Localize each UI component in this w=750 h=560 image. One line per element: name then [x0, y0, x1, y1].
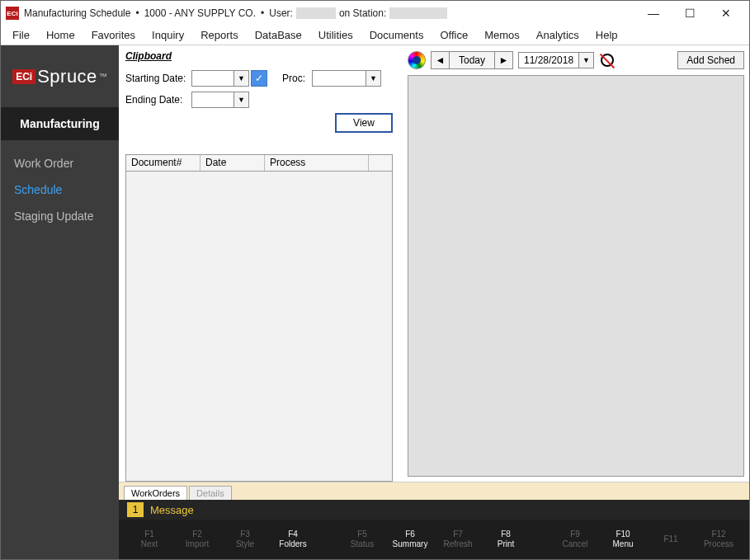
menu-office[interactable]: Office: [432, 27, 476, 43]
menu-inquiry[interactable]: Inquiry: [144, 27, 192, 43]
prev-button[interactable]: ◄: [431, 51, 449, 69]
starting-date-input[interactable]: [191, 70, 234, 87]
chevron-down-icon[interactable]: ▼: [366, 70, 381, 87]
menu-file[interactable]: File: [4, 27, 38, 43]
clipboard-table: Document# Date Process: [125, 154, 393, 482]
app-logo-icon: ECi: [6, 7, 19, 20]
menu-home[interactable]: Home: [38, 27, 83, 43]
app-window: ECi Manufacturing Schedule • 1000 - ANY …: [0, 0, 750, 560]
tab-workorders[interactable]: WorkOrders: [124, 486, 187, 500]
col-date[interactable]: Date: [200, 155, 265, 171]
sidebar: ECi Spruce ™ Manufacturing Work Order Sc…: [1, 45, 119, 559]
ending-date-dropdown[interactable]: ▼: [191, 92, 249, 108]
menu-favorites[interactable]: Favorites: [83, 27, 144, 43]
menu-reports[interactable]: Reports: [192, 27, 247, 43]
fkey-f4[interactable]: F4Folders: [269, 529, 317, 549]
proc-input[interactable]: [312, 70, 366, 87]
station-label: on Station:: [339, 7, 386, 19]
function-key-bar: F1NextF2ImportF3StyleF4FoldersF5StatusF6…: [119, 520, 749, 559]
view-button[interactable]: View: [335, 113, 393, 133]
date-checkbox[interactable]: ✓: [251, 70, 267, 87]
add-sched-button[interactable]: Add Sched: [677, 51, 744, 69]
col-process[interactable]: Process: [265, 155, 369, 171]
clipboard-panel: Clipboard Starting Date: ▼ ✓ Proc:: [119, 45, 399, 482]
fkey-f3: F3Style: [221, 529, 269, 549]
brand-name: Spruce: [37, 66, 97, 87]
date-value: 11/28/2018: [518, 52, 579, 68]
user-label: User:: [269, 7, 293, 19]
fkey-f7: F7Refresh: [434, 529, 482, 549]
sidebar-item-staging-update[interactable]: Staging Update: [1, 203, 119, 229]
menu-database[interactable]: DataBase: [247, 27, 310, 43]
clipboard-table-body: [126, 172, 392, 481]
message-count-badge[interactable]: 1: [127, 502, 144, 517]
fkey-f6[interactable]: F6Summary: [386, 529, 434, 549]
chevron-down-icon[interactable]: ▼: [234, 92, 249, 108]
starting-date-label: Starting Date:: [125, 73, 191, 84]
fkey-f2: F2Import: [173, 529, 221, 549]
menu-utilities[interactable]: Utilities: [310, 27, 361, 43]
menu-documents[interactable]: Documents: [361, 27, 432, 43]
chevron-down-icon[interactable]: ▼: [579, 52, 594, 68]
color-wheel-icon[interactable]: [408, 51, 426, 69]
maximize-button[interactable]: ☐: [672, 2, 708, 25]
sidebar-item-schedule[interactable]: Schedule: [1, 176, 119, 203]
sidebar-item-work-order[interactable]: Work Order: [1, 150, 119, 176]
starting-date-dropdown[interactable]: ▼: [191, 70, 249, 87]
menu-analytics[interactable]: Analytics: [528, 27, 587, 43]
menu-memos[interactable]: Memos: [476, 27, 528, 43]
company-name: 1000 - ANY SUPPLY CO.: [144, 7, 256, 19]
proc-dropdown[interactable]: ▼: [312, 70, 381, 87]
fkey-f10[interactable]: F10Menu: [599, 529, 647, 549]
schedule-panel: ◄ Today ► 11/28/2018 ▼ Add Sched: [408, 45, 744, 482]
clipboard-title: Clipboard: [125, 50, 393, 62]
menu-help[interactable]: Help: [587, 27, 626, 43]
titlebar: ECi Manufacturing Schedule • 1000 - ANY …: [1, 1, 749, 26]
user-value-redacted: [296, 7, 336, 19]
fkey-f5: F5Status: [338, 529, 386, 549]
schedule-grid[interactable]: [408, 75, 744, 477]
brand: ECi Spruce ™: [1, 45, 119, 107]
col-extra[interactable]: [369, 155, 392, 171]
col-document[interactable]: Document#: [126, 155, 200, 171]
date-picker[interactable]: 11/28/2018 ▼: [518, 52, 594, 68]
tab-details[interactable]: Details: [189, 486, 232, 500]
menubar: File Home Favorites Inquiry Reports Data…: [1, 26, 749, 45]
ending-date-label: Ending Date:: [125, 94, 191, 106]
chevron-down-icon[interactable]: ▼: [234, 70, 249, 87]
proc-label: Proc:: [282, 73, 312, 84]
minimize-button[interactable]: —: [635, 2, 672, 25]
fkey-f9: F9Cancel: [551, 529, 599, 549]
fkey-f11: F11: [647, 534, 695, 544]
brand-logo-icon: ECi: [12, 69, 35, 84]
fkey-f1: F1Next: [125, 529, 173, 549]
next-button[interactable]: ►: [495, 51, 513, 69]
fkey-f12: F12Process: [695, 529, 743, 549]
sidebar-header: Manufacturing: [1, 107, 119, 140]
schedule-toolbar: ◄ Today ► 11/28/2018 ▼ Add Sched: [408, 49, 744, 72]
status-bar: 1 Message: [119, 500, 749, 520]
ending-date-input[interactable]: [191, 92, 234, 108]
fkey-f8[interactable]: F8Print: [482, 529, 530, 549]
bottom-tabs: WorkOrders Details: [119, 482, 749, 500]
station-value-redacted: [389, 7, 447, 19]
no-alarm-icon[interactable]: [599, 52, 616, 68]
window-title: Manufacturing Schedule: [24, 7, 130, 19]
today-button[interactable]: Today: [449, 51, 495, 69]
close-button[interactable]: ✕: [708, 2, 744, 25]
message-link[interactable]: Message: [150, 504, 194, 516]
